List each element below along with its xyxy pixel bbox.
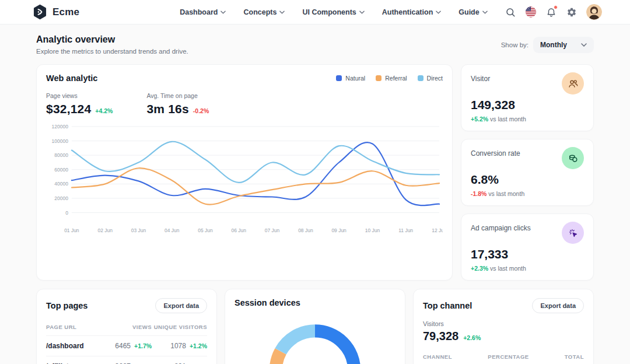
visitors-label: Visitors <box>423 320 584 327</box>
navbar-actions <box>505 4 602 20</box>
metric-page-views: Page views $32,124 +4.2% <box>46 92 113 116</box>
svg-text:11 Jun: 11 Jun <box>398 228 413 233</box>
page-subtitle: Explore the metrics to understand trends… <box>36 48 188 55</box>
svg-text:120000: 120000 <box>52 124 69 130</box>
menu-item-authentication[interactable]: Authentication <box>382 8 442 16</box>
top-channel-card: Top channel Export data Visitors 79,328 … <box>413 289 594 364</box>
conversion-rate-card: Conversion rate 6.8% -1.8% vs last month <box>461 139 594 206</box>
legend-swatch <box>336 75 342 81</box>
top-pages-card: Top pages Export data Page URL Views Uni… <box>36 289 217 364</box>
export-data-button[interactable]: Export data <box>155 298 207 313</box>
menu-item-guide[interactable]: Guide <box>459 8 487 16</box>
visitor-title: Visitor <box>471 72 490 83</box>
menu-item-concepts[interactable]: Concepts <box>243 8 285 16</box>
chevron-down-icon <box>220 10 226 14</box>
top-channel-title: Top channel <box>423 301 472 310</box>
legend-swatch <box>418 75 424 81</box>
chart-legend: Natural Referral Direct <box>336 75 443 82</box>
svg-text:40000: 40000 <box>54 181 68 187</box>
page-content: Analytic overview Explore the metrics to… <box>0 24 630 364</box>
main-menu: Dashboard Concepts UI Components Authent… <box>180 8 488 16</box>
table-row[interactable]: /dashboard 6465+1.7% 1078+1.2% <box>46 335 207 356</box>
avg-time-value: 3m 16s <box>146 102 188 116</box>
chevron-down-icon <box>359 10 365 14</box>
svg-text:0: 0 <box>65 210 68 216</box>
menu-item-dashboard[interactable]: Dashboard <box>180 8 226 16</box>
conversion-value: 6.8% <box>471 173 584 187</box>
gear-icon[interactable] <box>566 6 578 18</box>
session-devices-title: Session devices <box>235 298 396 307</box>
svg-text:05 Jun: 05 Jun <box>198 228 213 233</box>
ad-campaign-value: 17,333 <box>471 247 584 261</box>
legend-item-referral[interactable]: Referral <box>376 75 407 82</box>
svg-text:12 Jun: 12 Jun <box>432 228 443 233</box>
svg-text:08 Jun: 08 Jun <box>298 228 313 233</box>
cursor-click-icon <box>562 222 584 244</box>
web-analytic-line-chart[interactable]: 02000040000600008000010000012000001 Jun0… <box>46 120 443 237</box>
svg-text:80000: 80000 <box>54 152 68 158</box>
svg-text:07 Jun: 07 Jun <box>265 228 280 233</box>
show-by-label: Show by: <box>501 41 528 48</box>
chevron-down-icon <box>436 10 441 14</box>
ad-campaign-card: Ad campaign clicks 17,333 +2.3% vs last … <box>461 214 594 281</box>
svg-text:06 Jun: 06 Jun <box>232 228 247 233</box>
svg-text:100000: 100000 <box>52 138 69 144</box>
visitor-card: Visitor 149,328 +5.2% vs last month <box>461 64 594 131</box>
svg-text:02 Jun: 02 Jun <box>97 228 113 233</box>
notification-badge <box>554 5 558 9</box>
avg-time-delta: -0.2% <box>193 107 209 114</box>
ad-campaign-title: Ad campaign clicks <box>471 222 531 232</box>
export-data-button[interactable]: Export data <box>532 298 584 313</box>
visitor-value: 149,328 <box>471 98 584 112</box>
page-views-value: $32,124 <box>46 102 91 116</box>
avatar[interactable] <box>586 4 602 20</box>
ecme-logo-icon <box>32 4 48 20</box>
ad-campaign-delta-row: +2.3% vs last month <box>471 265 584 272</box>
legend-item-direct[interactable]: Direct <box>418 75 443 82</box>
show-by-select[interactable]: Monthly <box>533 37 594 53</box>
page-title: Analytic overview <box>36 34 188 45</box>
search-icon[interactable] <box>505 6 516 18</box>
coins-icon <box>562 147 584 169</box>
web-analytic-card: Web analytic Natural Referral Direct <box>36 64 453 281</box>
users-icon <box>562 72 584 94</box>
svg-text:04 Jun: 04 Jun <box>164 228 180 233</box>
conversion-title: Conversion rate <box>471 147 520 158</box>
chevron-down-icon <box>279 10 285 14</box>
chevron-down-icon <box>581 43 587 47</box>
svg-text:10 Jun: 10 Jun <box>365 228 380 233</box>
svg-text:60000: 60000 <box>54 167 68 173</box>
top-pages-table-header: Page URL Views Unique visitors <box>46 319 207 335</box>
page-url: /dashboard <box>46 342 102 350</box>
svg-text:20000: 20000 <box>54 195 68 201</box>
table-row[interactable]: /affiliate 3687+1.4% 801+0.9% <box>46 356 207 364</box>
brand-name: Ecme <box>52 6 79 18</box>
svg-text:01 Jun: 01 Jun <box>64 228 79 233</box>
conversion-delta-row: -1.8% vs last month <box>471 190 584 197</box>
chevron-down-icon <box>482 10 488 14</box>
metric-avg-time: Avg. Time on page 3m 16s -0.2% <box>146 92 209 116</box>
bell-icon[interactable] <box>545 6 557 18</box>
page-header: Analytic overview Explore the metrics to… <box>36 34 594 55</box>
web-analytic-title: Web analytic <box>46 74 97 83</box>
brand[interactable]: Ecme <box>32 4 79 20</box>
page-views-delta: +4.2% <box>95 107 113 114</box>
top-navbar: Ecme Dashboard Concepts UI Components Au… <box>0 0 630 24</box>
session-devices-card: Session devices <box>225 289 405 364</box>
visitor-delta-row: +5.2% vs last month <box>471 116 584 123</box>
visitors-delta: +2.6% <box>463 334 481 341</box>
svg-text:09 Jun: 09 Jun <box>331 228 346 233</box>
top-pages-title: Top pages <box>46 301 88 310</box>
legend-item-natural[interactable]: Natural <box>336 75 365 82</box>
menu-item-ui-components[interactable]: UI Components <box>302 8 364 16</box>
top-channel-table-header: Channel Percentage Total <box>423 349 584 364</box>
svg-text:03 Jun: 03 Jun <box>131 228 146 233</box>
legend-swatch <box>376 75 382 81</box>
session-devices-donut-chart[interactable] <box>235 313 396 364</box>
visitors-value: 79,328 <box>423 330 459 343</box>
us-flag-icon[interactable] <box>525 6 537 18</box>
